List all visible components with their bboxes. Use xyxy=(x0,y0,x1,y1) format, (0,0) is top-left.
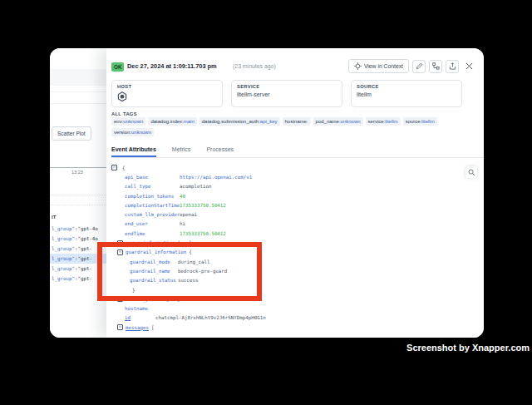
attribute-value: chatcmpl-Aj8rxhNLht9v2J6rSNYDmp4pH0G1n xyxy=(155,315,266,320)
divider xyxy=(50,91,108,92)
attribute-row: completion_tokens40 xyxy=(106,191,484,200)
attribute-value: 40 xyxy=(180,194,185,199)
attribute-brace: [ xyxy=(151,325,155,330)
background-item-value-fragment: :"gpt- xyxy=(75,276,92,281)
host-card[interactable]: HOST xyxy=(111,80,223,107)
background-item-value-fragment: :"gpt- xyxy=(75,246,92,251)
chart-gridline xyxy=(50,195,108,195)
source-card-value: litellm xyxy=(357,91,456,97)
background-item-key-fragment: l_group" xyxy=(52,246,75,251)
annotation-highlight-rectangle xyxy=(97,242,262,301)
attribute-row: custom_llm_provideropenai xyxy=(106,210,484,219)
service-card-value: litellm-server xyxy=(237,91,337,97)
chart-x-axis-tick: 13:23 xyxy=(71,170,83,175)
edit-button[interactable] xyxy=(412,60,426,73)
tag-pill[interactable]: version:unknown xyxy=(111,128,154,136)
attribute-row: completionStartTime1735333750.50412 xyxy=(106,200,484,210)
attribute-value: 1735333750.50412 xyxy=(180,231,226,236)
background-item-key-fragment: l_group" xyxy=(52,276,75,281)
pencil-icon xyxy=(416,62,423,70)
background-item-value-fragment: :"gpt- xyxy=(75,266,92,271)
background-item-key-fragment: l_group" xyxy=(52,256,75,261)
attribute-value: 1735333750.50412 xyxy=(180,203,226,208)
attribute-key: custom_llm_provider xyxy=(125,212,180,217)
service-card-label: SERVICE xyxy=(237,84,337,89)
chart-x-axis xyxy=(50,167,108,168)
attribute-value: openai xyxy=(180,212,197,217)
search-attributes-button[interactable] xyxy=(466,166,477,178)
scope-icon xyxy=(354,62,362,70)
tab-processes[interactable]: Processes xyxy=(206,142,234,157)
tag-pill[interactable]: env:unknown xyxy=(111,117,145,126)
tags-list: env:unknowndatadog.index:maindatadog.sub… xyxy=(111,117,477,139)
view-in-context-button[interactable]: View in Context xyxy=(348,59,409,73)
attribute-key: completion_tokens xyxy=(125,194,180,199)
attribute-row: api_basehttps://api.openai.com/v1 xyxy=(106,172,484,181)
share-icon xyxy=(449,62,456,70)
attribute-row: idchatcmpl-Aj8rxhNLht9v2J6rSNYDmp4pH0G1n xyxy=(106,314,484,323)
screenshot-canvas: Scatter Plot 13:23 IT l_group":"gpt-4ol_… xyxy=(0,0,532,405)
tag-value: unknown xyxy=(341,119,361,125)
tag-value: main xyxy=(184,119,195,125)
close-button[interactable] xyxy=(462,60,475,73)
divider xyxy=(50,103,108,104)
background-list-item[interactable]: l_group":"gpt-4o xyxy=(50,224,108,234)
app-window: Scatter Plot 13:23 IT l_group":"gpt-4ol_… xyxy=(50,48,484,338)
tab-bar: Event AttributesMetricsProcesses xyxy=(111,142,484,158)
background-item-value-fragment: :"gpt- xyxy=(75,256,92,261)
source-card[interactable]: SOURCE litellm xyxy=(351,80,462,107)
status-badge: OK xyxy=(111,62,124,72)
host-card-label: HOST xyxy=(117,84,217,89)
collapse-icon[interactable]: − xyxy=(117,324,123,330)
attribute-row: endTime1735333750.50412 xyxy=(106,229,484,238)
background-item-key-fragment: l_group" xyxy=(52,226,75,231)
tag-pill[interactable]: source:litellm xyxy=(403,117,437,126)
attribute-value[interactable]: https://api.openai.com/v1 xyxy=(180,175,252,180)
event-timestamp: Dec 27, 2024 at 1:09:11.703 pm xyxy=(127,62,217,70)
attribute-key: call_type xyxy=(125,184,180,189)
attribute-key[interactable]: id xyxy=(125,315,155,320)
collapse-icon[interactable]: − xyxy=(111,165,117,170)
chart-gridline xyxy=(50,205,108,205)
background-column-header: IT xyxy=(52,215,56,220)
event-relative-time: (23 minutes ago) xyxy=(233,63,276,69)
tag-value: unknown xyxy=(123,119,143,125)
attribute-key: endTime xyxy=(125,231,180,236)
service-card[interactable]: SERVICE litellm-server xyxy=(231,80,342,107)
host-hexagon-icon xyxy=(117,91,217,106)
reserved-attribute-cards: HOST SERVICE litellm-server SOURCE litel… xyxy=(111,80,462,107)
tag-value: litellm xyxy=(385,119,397,125)
attribute-key[interactable]: messages xyxy=(126,325,149,330)
tab-metrics[interactable]: Metrics xyxy=(172,142,191,157)
tag-pill[interactable]: datadog.submission_auth:api_key xyxy=(200,117,280,126)
tag-pill[interactable]: pod_name:unknown xyxy=(313,117,363,126)
correlate-traces-button[interactable] xyxy=(429,60,442,73)
attribute-value: hi xyxy=(180,221,185,226)
tag-pill[interactable]: datadog.index:main xyxy=(148,117,196,126)
attribute-row: −messages[ xyxy=(106,323,484,332)
background-item-key-fragment: l_group" xyxy=(52,236,75,241)
correlate-icon xyxy=(432,62,440,70)
all-tags-label: ALL TAGS xyxy=(111,111,137,116)
export-button[interactable] xyxy=(446,60,459,73)
close-icon xyxy=(466,62,473,70)
attribute-row: hostname xyxy=(106,304,484,313)
tag-pill[interactable]: hostname: xyxy=(283,117,311,126)
tag-pill[interactable]: service:litellm xyxy=(366,117,401,126)
tag-key: env: xyxy=(114,119,123,125)
scatter-plot-button[interactable]: Scatter Plot xyxy=(52,126,91,141)
tag-key: datadog.index: xyxy=(150,119,183,125)
view-in-context-label: View in Context xyxy=(364,63,403,69)
attribute-row: call_typeacompletion xyxy=(106,182,484,191)
attribute-value: acompletion xyxy=(180,184,211,189)
attribute-brace: { xyxy=(122,165,126,170)
tag-key: source: xyxy=(406,119,422,125)
watermark: Screenshot by Xnapper.com xyxy=(406,343,530,353)
tag-key: datadog.submission_auth: xyxy=(202,119,260,125)
background-row-skeleton xyxy=(50,69,108,86)
attribute-key: hostname xyxy=(125,306,148,311)
tag-key: pod_name: xyxy=(316,119,341,125)
tab-event-attributes[interactable]: Event Attributes xyxy=(111,142,156,157)
tag-value: api_key xyxy=(260,119,278,125)
tag-value: litellm xyxy=(421,119,434,125)
